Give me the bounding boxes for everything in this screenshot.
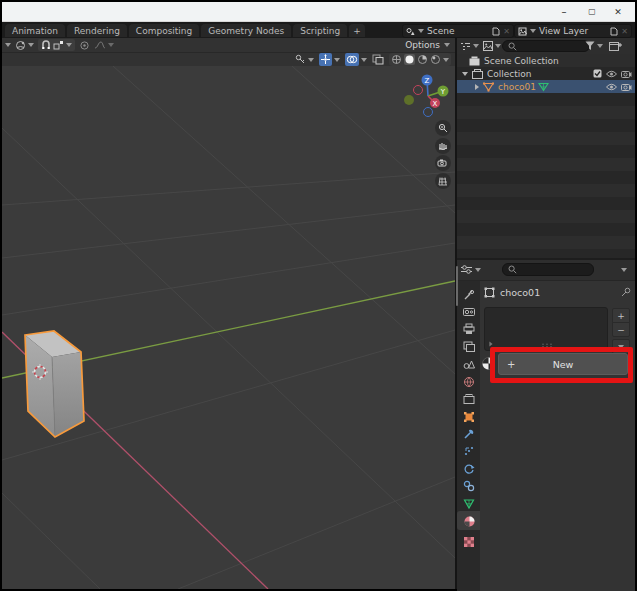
tab-compositing[interactable]: Compositing bbox=[129, 24, 199, 37]
cube-object bbox=[25, 331, 84, 437]
add-material-slot-button[interactable]: + bbox=[612, 308, 630, 323]
cube-icon bbox=[484, 287, 495, 298]
collection-camera-icon[interactable] bbox=[621, 69, 632, 78]
new-scene-icon[interactable] bbox=[492, 27, 500, 36]
outliner: Scene Collection Collection choco01 bbox=[457, 38, 635, 258]
properties-search-input[interactable] bbox=[502, 263, 594, 276]
shading-solid-icon[interactable] bbox=[404, 54, 415, 65]
image-icon bbox=[483, 41, 493, 51]
tab-object[interactable] bbox=[462, 410, 476, 424]
scene-collection-icon bbox=[469, 56, 480, 66]
editor-type-chevron-icon[interactable] bbox=[5, 43, 11, 47]
outliner-row-choco01[interactable]: choco01 bbox=[457, 80, 635, 93]
tab-output[interactable] bbox=[462, 322, 476, 336]
tab-material[interactable] bbox=[462, 514, 476, 528]
collection-icon bbox=[472, 69, 483, 79]
new-view-layer-icon[interactable] bbox=[610, 27, 618, 36]
tab-geometry-nodes[interactable]: Geometry Nodes bbox=[201, 24, 291, 37]
new-collection-icon bbox=[609, 40, 622, 52]
breadcrumb-object-name[interactable]: choco01 bbox=[500, 287, 615, 298]
view-layer-selector[interactable]: View Layer ✕ bbox=[514, 24, 632, 38]
proportional-falloff-dropdown[interactable] bbox=[94, 40, 114, 50]
collection-checkbox[interactable] bbox=[593, 69, 602, 78]
outliner-search-input[interactable] bbox=[502, 40, 590, 52]
gizmos-toggle[interactable] bbox=[319, 53, 340, 66]
tab-scripting[interactable]: Scripting bbox=[293, 24, 347, 37]
titlebar: – ▢ ✕ bbox=[2, 2, 635, 22]
transform-orientation-dropdown[interactable] bbox=[15, 40, 34, 51]
properties-options-chevron-icon[interactable] bbox=[621, 268, 627, 272]
tab-object-data[interactable] bbox=[462, 497, 476, 511]
tab-texture[interactable] bbox=[462, 535, 476, 549]
new-material-button[interactable]: + New bbox=[498, 353, 628, 375]
unlink-scene-icon[interactable]: ✕ bbox=[503, 27, 510, 36]
shading-material-icon[interactable] bbox=[417, 54, 428, 65]
tab-rendering[interactable]: Rendering bbox=[67, 24, 127, 37]
outliner-filter-dropdown[interactable] bbox=[483, 41, 501, 51]
workspace-tabs: Animation Rendering Compositing Geometry… bbox=[5, 24, 367, 37]
add-workspace-button[interactable]: + bbox=[349, 24, 365, 37]
object-visibility-dropdown[interactable] bbox=[295, 54, 314, 65]
close-icon: ✕ bbox=[614, 7, 622, 17]
panel-scrollbar[interactable] bbox=[456, 266, 458, 306]
z-axis-label: Z bbox=[425, 77, 430, 85]
viewport-canvas: Z Y X bbox=[2, 66, 455, 589]
zoom-tool-button[interactable] bbox=[439, 118, 448, 190]
viewport-3d[interactable]: Z Y X bbox=[2, 66, 455, 589]
object-camera-icon[interactable] bbox=[621, 82, 632, 91]
properties-content: choco01 + − + New bbox=[480, 281, 635, 591]
y-axis-label: Y bbox=[440, 88, 446, 96]
material-slot-list[interactable] bbox=[484, 307, 608, 351]
grip-dots-icon[interactable] bbox=[541, 343, 553, 348]
tab-constraints[interactable] bbox=[462, 479, 476, 493]
xray-toggle[interactable] bbox=[372, 54, 384, 65]
tab-collection-properties[interactable] bbox=[462, 392, 476, 406]
unlink-view-layer-icon[interactable]: ✕ bbox=[621, 27, 628, 36]
tab-render[interactable] bbox=[462, 305, 476, 319]
expand-collection-icon[interactable] bbox=[462, 72, 468, 76]
proportional-editing-icon[interactable] bbox=[79, 40, 90, 51]
object-eye-icon[interactable] bbox=[606, 83, 617, 91]
collection-eye-icon[interactable] bbox=[606, 70, 617, 78]
slot-list-resize-icon bbox=[489, 342, 492, 347]
gizmo-neg-z-axis bbox=[424, 108, 433, 117]
remove-material-slot-button[interactable]: − bbox=[612, 322, 630, 337]
search-icon bbox=[508, 42, 517, 51]
outliner-row-scene-collection[interactable]: Scene Collection bbox=[457, 54, 635, 67]
tab-physics[interactable] bbox=[462, 462, 476, 476]
expand-object-icon[interactable] bbox=[475, 84, 479, 90]
tab-animation[interactable]: Animation bbox=[5, 24, 65, 37]
minimize-button[interactable]: – bbox=[551, 2, 577, 21]
properties-sliders-icon bbox=[460, 264, 473, 275]
scene-collection-label: Scene Collection bbox=[484, 56, 559, 66]
tab-view-layer[interactable] bbox=[462, 340, 476, 354]
snapping-group[interactable] bbox=[38, 39, 75, 51]
properties-breadcrumb: choco01 bbox=[484, 285, 631, 299]
funnel-icon bbox=[585, 41, 595, 51]
pin-icon[interactable] bbox=[620, 287, 631, 298]
topbar: Animation Rendering Compositing Geometry… bbox=[2, 22, 635, 38]
overlays-toggle[interactable] bbox=[345, 53, 367, 66]
tab-world[interactable] bbox=[462, 375, 476, 389]
visibility-key-icon bbox=[295, 54, 306, 65]
new-collection-button[interactable] bbox=[609, 40, 622, 52]
properties-editor-type-dropdown[interactable] bbox=[460, 264, 481, 275]
slot-specials-dropdown[interactable] bbox=[612, 339, 630, 354]
shading-rendered-icon[interactable] bbox=[430, 54, 441, 65]
tab-modifiers[interactable] bbox=[462, 427, 476, 441]
navigation-gizmo: Z Y X bbox=[404, 75, 449, 117]
outliner-row-collection[interactable]: Collection bbox=[457, 67, 635, 80]
properties-tab-rail bbox=[457, 281, 480, 591]
options-dropdown[interactable]: Options bbox=[405, 39, 450, 51]
browse-material-dropdown[interactable] bbox=[481, 356, 496, 371]
tab-particles[interactable] bbox=[462, 444, 476, 458]
outliner-filter-funnel-dropdown[interactable] bbox=[585, 41, 603, 51]
shading-wireframe-icon[interactable] bbox=[391, 54, 402, 65]
gizmo-neg-y-axis bbox=[404, 95, 414, 105]
outliner-display-mode-dropdown[interactable] bbox=[460, 41, 479, 51]
scene-selector[interactable]: Scene ✕ bbox=[402, 24, 514, 38]
tab-scene[interactable] bbox=[462, 357, 476, 371]
close-button[interactable]: ✕ bbox=[605, 2, 631, 21]
tab-tool[interactable] bbox=[462, 288, 476, 302]
maximize-button[interactable]: ▢ bbox=[579, 2, 605, 21]
